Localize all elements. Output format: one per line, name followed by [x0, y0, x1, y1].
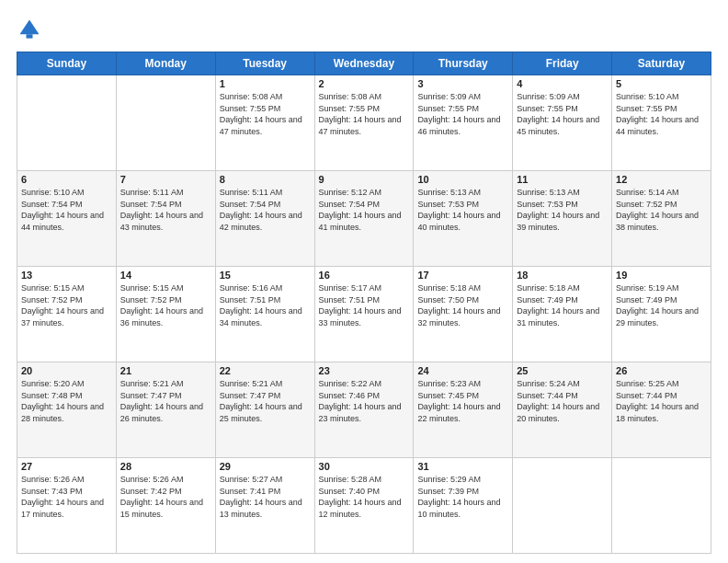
calendar-dow-saturday: Saturday	[612, 52, 711, 75]
day-number: 3	[417, 78, 508, 89]
day-number: 7	[120, 174, 211, 185]
day-number: 9	[319, 174, 410, 185]
svg-marker-0	[20, 20, 40, 35]
day-info: Sunrise: 5:12 AM Sunset: 7:54 PM Dayligh…	[319, 187, 410, 233]
day-number: 20	[21, 365, 112, 376]
calendar-dow-friday: Friday	[513, 52, 612, 75]
calendar-week-2: 6Sunrise: 5:10 AM Sunset: 7:54 PM Daylig…	[17, 171, 711, 267]
calendar-cell: 25Sunrise: 5:24 AM Sunset: 7:44 PM Dayli…	[513, 362, 612, 458]
day-number: 15	[220, 270, 311, 281]
calendar-cell: 8Sunrise: 5:11 AM Sunset: 7:54 PM Daylig…	[215, 171, 314, 267]
calendar-cell	[513, 458, 612, 554]
day-number: 13	[21, 270, 112, 281]
day-number: 10	[417, 174, 508, 185]
calendar-cell: 21Sunrise: 5:21 AM Sunset: 7:47 PM Dayli…	[116, 362, 215, 458]
day-info: Sunrise: 5:15 AM Sunset: 7:52 PM Dayligh…	[120, 282, 211, 328]
calendar-cell: 15Sunrise: 5:16 AM Sunset: 7:51 PM Dayli…	[215, 267, 314, 362]
calendar-dow-sunday: Sunday	[17, 52, 117, 75]
day-info: Sunrise: 5:09 AM Sunset: 7:55 PM Dayligh…	[517, 91, 608, 137]
day-info: Sunrise: 5:11 AM Sunset: 7:54 PM Dayligh…	[220, 187, 311, 233]
day-info: Sunrise: 5:11 AM Sunset: 7:54 PM Dayligh…	[120, 187, 211, 233]
day-info: Sunrise: 5:18 AM Sunset: 7:49 PM Dayligh…	[517, 282, 608, 328]
header	[17, 17, 711, 42]
day-number: 17	[417, 270, 508, 281]
calendar-cell: 17Sunrise: 5:18 AM Sunset: 7:50 PM Dayli…	[414, 267, 513, 362]
calendar-cell: 22Sunrise: 5:21 AM Sunset: 7:47 PM Dayli…	[215, 362, 314, 458]
day-info: Sunrise: 5:29 AM Sunset: 7:39 PM Dayligh…	[417, 474, 508, 520]
logo-icon	[17, 17, 42, 42]
calendar-cell: 18Sunrise: 5:18 AM Sunset: 7:49 PM Dayli…	[513, 267, 612, 362]
day-number: 21	[120, 365, 211, 376]
day-number: 11	[517, 174, 608, 185]
day-number: 23	[319, 365, 410, 376]
day-number: 22	[220, 365, 311, 376]
calendar-cell: 29Sunrise: 5:27 AM Sunset: 7:41 PM Dayli…	[215, 458, 314, 554]
day-info: Sunrise: 5:25 AM Sunset: 7:44 PM Dayligh…	[616, 378, 707, 424]
calendar-cell	[116, 75, 215, 171]
day-info: Sunrise: 5:20 AM Sunset: 7:48 PM Dayligh…	[21, 378, 112, 424]
day-number: 30	[319, 461, 410, 472]
day-info: Sunrise: 5:26 AM Sunset: 7:42 PM Dayligh…	[120, 474, 211, 520]
day-number: 28	[120, 461, 211, 472]
day-info: Sunrise: 5:23 AM Sunset: 7:45 PM Dayligh…	[417, 378, 508, 424]
day-number: 24	[417, 365, 508, 376]
day-info: Sunrise: 5:17 AM Sunset: 7:51 PM Dayligh…	[319, 282, 410, 328]
day-number: 29	[220, 461, 311, 472]
day-info: Sunrise: 5:14 AM Sunset: 7:52 PM Dayligh…	[616, 187, 707, 233]
calendar-cell: 1Sunrise: 5:08 AM Sunset: 7:55 PM Daylig…	[215, 75, 314, 171]
calendar-cell: 12Sunrise: 5:14 AM Sunset: 7:52 PM Dayli…	[612, 171, 711, 267]
day-number: 2	[319, 78, 410, 89]
calendar-cell: 16Sunrise: 5:17 AM Sunset: 7:51 PM Dayli…	[314, 267, 414, 362]
calendar-dow-monday: Monday	[116, 52, 215, 75]
day-number: 6	[21, 174, 112, 185]
calendar-table: SundayMondayTuesdayWednesdayThursdayFrid…	[17, 52, 711, 554]
page: SundayMondayTuesdayWednesdayThursdayFrid…	[0, 0, 728, 563]
day-number: 4	[517, 78, 608, 89]
day-info: Sunrise: 5:27 AM Sunset: 7:41 PM Dayligh…	[220, 474, 311, 520]
calendar-week-1: 1Sunrise: 5:08 AM Sunset: 7:55 PM Daylig…	[17, 75, 711, 171]
day-info: Sunrise: 5:08 AM Sunset: 7:55 PM Dayligh…	[319, 91, 410, 137]
calendar-cell: 30Sunrise: 5:28 AM Sunset: 7:40 PM Dayli…	[314, 458, 414, 554]
day-info: Sunrise: 5:21 AM Sunset: 7:47 PM Dayligh…	[220, 378, 311, 424]
calendar-cell: 10Sunrise: 5:13 AM Sunset: 7:53 PM Dayli…	[414, 171, 513, 267]
day-info: Sunrise: 5:16 AM Sunset: 7:51 PM Dayligh…	[220, 282, 311, 328]
day-number: 14	[120, 270, 211, 281]
day-number: 18	[517, 270, 608, 281]
day-info: Sunrise: 5:13 AM Sunset: 7:53 PM Dayligh…	[517, 187, 608, 233]
calendar-header-row: SundayMondayTuesdayWednesdayThursdayFrid…	[17, 52, 711, 75]
calendar-week-4: 20Sunrise: 5:20 AM Sunset: 7:48 PM Dayli…	[17, 362, 711, 458]
day-info: Sunrise: 5:18 AM Sunset: 7:50 PM Dayligh…	[417, 282, 508, 328]
calendar-cell: 23Sunrise: 5:22 AM Sunset: 7:46 PM Dayli…	[314, 362, 414, 458]
day-info: Sunrise: 5:28 AM Sunset: 7:40 PM Dayligh…	[319, 474, 410, 520]
calendar-cell: 6Sunrise: 5:10 AM Sunset: 7:54 PM Daylig…	[17, 171, 117, 267]
calendar-cell: 24Sunrise: 5:23 AM Sunset: 7:45 PM Dayli…	[414, 362, 513, 458]
day-info: Sunrise: 5:13 AM Sunset: 7:53 PM Dayligh…	[417, 187, 508, 233]
day-number: 26	[616, 365, 707, 376]
calendar-cell: 9Sunrise: 5:12 AM Sunset: 7:54 PM Daylig…	[314, 171, 414, 267]
day-number: 19	[616, 270, 707, 281]
day-number: 16	[319, 270, 410, 281]
day-info: Sunrise: 5:26 AM Sunset: 7:43 PM Dayligh…	[21, 474, 112, 520]
svg-rect-1	[27, 34, 33, 38]
calendar-cell: 11Sunrise: 5:13 AM Sunset: 7:53 PM Dayli…	[513, 171, 612, 267]
day-info: Sunrise: 5:08 AM Sunset: 7:55 PM Dayligh…	[220, 91, 311, 137]
day-number: 12	[616, 174, 707, 185]
day-number: 5	[616, 78, 707, 89]
calendar-cell: 3Sunrise: 5:09 AM Sunset: 7:55 PM Daylig…	[414, 75, 513, 171]
calendar-cell	[612, 458, 711, 554]
calendar-dow-thursday: Thursday	[414, 52, 513, 75]
calendar-cell: 19Sunrise: 5:19 AM Sunset: 7:49 PM Dayli…	[612, 267, 711, 362]
day-number: 27	[21, 461, 112, 472]
logo	[17, 17, 46, 42]
day-number: 8	[220, 174, 311, 185]
calendar-cell: 2Sunrise: 5:08 AM Sunset: 7:55 PM Daylig…	[314, 75, 414, 171]
day-number: 1	[220, 78, 311, 89]
day-info: Sunrise: 5:24 AM Sunset: 7:44 PM Dayligh…	[517, 378, 608, 424]
day-info: Sunrise: 5:09 AM Sunset: 7:55 PM Dayligh…	[417, 91, 508, 137]
calendar-cell: 27Sunrise: 5:26 AM Sunset: 7:43 PM Dayli…	[17, 458, 117, 554]
calendar-cell: 20Sunrise: 5:20 AM Sunset: 7:48 PM Dayli…	[17, 362, 117, 458]
day-number: 25	[517, 365, 608, 376]
calendar-cell: 13Sunrise: 5:15 AM Sunset: 7:52 PM Dayli…	[17, 267, 117, 362]
calendar-cell: 4Sunrise: 5:09 AM Sunset: 7:55 PM Daylig…	[513, 75, 612, 171]
day-info: Sunrise: 5:10 AM Sunset: 7:54 PM Dayligh…	[21, 187, 112, 233]
